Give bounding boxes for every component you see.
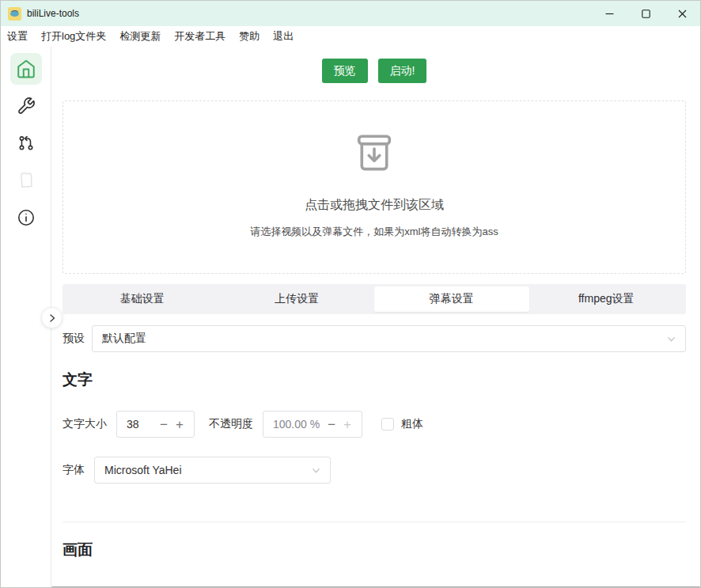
menu-item-sponsor[interactable]: 赞助	[239, 29, 260, 44]
settings-tabs: 基础设置 上传设置 弹幕设置 ffmpeg设置	[63, 284, 686, 314]
opacity-decrement-button[interactable]: −	[324, 418, 339, 431]
maximize-button[interactable]	[627, 1, 664, 26]
body: 预览 启动! 点击或拖拽文件到该区域 请选择视频以及弹幕文件，如果为xml将自动…	[1, 47, 700, 588]
menu-item-check-update[interactable]: 检测更新	[119, 29, 161, 44]
titlebar: biliLive-tools	[1, 1, 700, 26]
screen-section-heading: 画面	[63, 540, 686, 560]
font-size-decrement-button[interactable]: −	[156, 418, 172, 431]
maximize-icon	[642, 9, 650, 18]
window-controls	[591, 1, 700, 26]
tab-ffmpeg-settings[interactable]: ffmpeg设置	[529, 286, 684, 312]
close-button[interactable]	[664, 1, 700, 26]
git-compare-icon	[17, 134, 36, 153]
chevron-down-icon	[666, 334, 676, 344]
sidebar-item-home[interactable]	[10, 53, 42, 85]
menubar: 设置 打开log文件夹 检测更新 开发者工具 赞助 退出	[1, 26, 700, 47]
tab-basic-settings[interactable]: 基础设置	[65, 286, 220, 312]
wrench-icon	[17, 97, 36, 116]
app-window: biliLive-tools 设置 打开log文件夹 检测更新 开发者工具 赞助…	[0, 0, 701, 588]
menu-item-open-log-folder[interactable]: 打开log文件夹	[41, 29, 106, 44]
font-family-label: 字体	[63, 463, 85, 477]
sidebar-item-tools[interactable]	[10, 90, 42, 122]
font-size-label: 文字大小	[63, 417, 107, 431]
opacity-stepper[interactable]: 100.00 % − +	[263, 411, 362, 438]
tab-upload-settings[interactable]: 上传设置	[220, 286, 375, 312]
menu-item-settings[interactable]: 设置	[7, 29, 28, 44]
bold-checkbox[interactable]	[381, 418, 394, 431]
preset-label: 预设	[63, 332, 85, 346]
start-button[interactable]: 启动!	[378, 59, 427, 83]
home-icon	[16, 59, 36, 79]
opacity-label: 不透明度	[209, 417, 253, 431]
menu-item-exit[interactable]: 退出	[273, 29, 294, 44]
close-icon	[678, 9, 687, 18]
sidebar-item-disabled[interactable]	[10, 165, 42, 196]
font-family-select[interactable]: Microsoft YaHei	[94, 457, 331, 484]
window-title: biliLive-tools	[27, 8, 79, 19]
chevron-down-icon	[311, 465, 321, 476]
font-size-value: 38	[117, 418, 156, 431]
tab-danmaku-settings[interactable]: 弹幕设置	[374, 286, 529, 312]
section-divider	[63, 522, 686, 522]
app-icon	[8, 7, 21, 21]
font-size-increment-button[interactable]: +	[172, 418, 188, 431]
preview-button[interactable]: 预览	[322, 59, 368, 83]
faded-clip-icon	[16, 170, 36, 191]
font-row: 字体 Microsoft YaHei	[63, 457, 686, 484]
menu-item-devtools[interactable]: 开发者工具	[174, 29, 225, 44]
minimize-icon	[605, 9, 614, 18]
titlebar-left: biliLive-tools	[1, 7, 79, 21]
dropzone-subtitle: 请选择视频以及弹幕文件，如果为xml将自动转换为ass	[250, 225, 498, 239]
sidebar-item-compare[interactable]	[10, 127, 42, 159]
font-size-stepper[interactable]: 38 − +	[116, 411, 195, 438]
opacity-value: 100.00 %	[263, 418, 324, 431]
minimize-button[interactable]	[591, 1, 627, 26]
sidebar-item-about[interactable]	[10, 202, 42, 233]
bold-label: 粗体	[401, 417, 423, 431]
file-dropzone[interactable]: 点击或拖拽文件到该区域 请选择视频以及弹幕文件，如果为xml将自动转换为ass	[63, 101, 686, 274]
preset-row: 预设 默认配置	[63, 325, 686, 352]
text-controls-row: 文字大小 38 − + 不透明度 100.00 % − + 粗体	[63, 411, 686, 438]
chevron-right-icon	[47, 313, 57, 323]
archive-download-icon	[351, 131, 397, 180]
opacity-increment-button[interactable]: +	[339, 418, 355, 431]
action-button-row: 预览 启动!	[63, 59, 686, 83]
font-family-value: Microsoft YaHei	[104, 464, 182, 476]
preset-select-value: 默认配置	[102, 332, 146, 346]
text-section-heading: 文字	[63, 370, 686, 390]
sidebar-expand-button[interactable]	[41, 307, 63, 328]
info-icon	[17, 208, 36, 227]
main-content: 预览 启动! 点击或拖拽文件到该区域 请选择视频以及弹幕文件，如果为xml将自动…	[51, 47, 700, 588]
preset-select[interactable]: 默认配置	[92, 325, 686, 352]
dropzone-title: 点击或拖拽文件到该区域	[305, 197, 444, 214]
bold-checkbox-wrap[interactable]: 粗体	[381, 417, 423, 431]
